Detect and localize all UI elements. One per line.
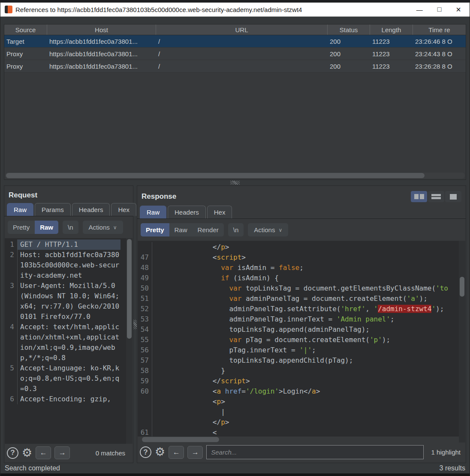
request-tab-hex[interactable]: Hex xyxy=(111,203,136,216)
line-number xyxy=(138,242,152,252)
line-number: 2 xyxy=(5,250,18,281)
line-number xyxy=(138,417,152,427)
line-text: </p> xyxy=(152,242,459,252)
window-title: References to https://acbb1fdd1fec0a7380… xyxy=(15,6,416,13)
layout-single-button[interactable] xyxy=(445,191,461,202)
rows-icon xyxy=(431,194,441,199)
request-title: Request xyxy=(9,191,129,200)
request-editor[interactable]: 1GET / HTTP/1.12Host: acbb1fdd1fec0a7380… xyxy=(5,238,133,444)
response-line: 59 </script> xyxy=(138,376,459,386)
request-view-toggle: PrettyRaw xyxy=(8,221,58,234)
line-text: Accept-Encoding: gzip, xyxy=(18,394,121,404)
request-next-match-button[interactable]: → xyxy=(54,446,70,459)
search-input[interactable] xyxy=(206,445,423,459)
request-view-raw[interactable]: Raw xyxy=(35,221,58,234)
request-newline-button[interactable]: \n xyxy=(63,221,78,234)
line-number: 53 xyxy=(138,314,152,324)
line-text: </script> xyxy=(152,376,459,386)
splitter-grip-icon xyxy=(230,181,240,185)
line-text: User-Agent: Mozilla/5.0 (Windows NT 10.0… xyxy=(18,281,121,322)
response-actions-button[interactable]: Actions ∨ xyxy=(248,223,288,236)
line-number: 1 xyxy=(5,240,18,250)
request-vscrollbar[interactable] xyxy=(126,238,133,444)
response-view-render[interactable]: Render xyxy=(193,223,224,236)
response-tab-hex[interactable]: Hex xyxy=(207,206,232,218)
gear-icon[interactable]: ⚙ xyxy=(155,446,165,458)
column-header-length[interactable]: Length xyxy=(370,24,413,35)
line-text: adminPanelTag.setAttribute('href', '/adm… xyxy=(152,304,459,314)
table-row[interactable]: Proxyhttps://acbb1fdd1fec0a73801.../2001… xyxy=(4,60,466,73)
cell-time: 23:26:28 8 O xyxy=(413,60,466,72)
response-hscrollbar[interactable] xyxy=(138,437,459,443)
request-vscroll-thumb[interactable] xyxy=(127,239,132,339)
help-icon[interactable]: ? xyxy=(7,447,18,459)
line-number: 59 xyxy=(138,376,152,386)
request-tab-headers[interactable]: Headers xyxy=(72,203,110,216)
maximize-button[interactable]: □ xyxy=(437,6,442,13)
response-line: 56 pTag.innerText = '|'; xyxy=(138,345,459,355)
column-header-source[interactable]: Source xyxy=(4,24,47,35)
line-text: var adminPanelTag = document.createEleme… xyxy=(152,294,459,304)
request-line: 4Accept: text/html,application/xhtml+xml… xyxy=(5,322,126,363)
layout-columns-button[interactable] xyxy=(411,191,427,202)
cell-length: 11223 xyxy=(370,35,413,47)
line-number: 5 xyxy=(5,363,18,394)
chevron-down-icon: ∨ xyxy=(278,227,282,233)
response-prev-match-button[interactable]: ← xyxy=(169,446,184,459)
cell-host: https://acbb1fdd1fec0a73801... xyxy=(47,48,156,60)
column-header-time-re[interactable]: Time re xyxy=(413,24,466,35)
gear-icon[interactable]: ⚙ xyxy=(22,447,32,459)
window-bottom-edge xyxy=(0,473,470,476)
line-text: topLinksTag.appendChild(pTag); xyxy=(152,355,459,366)
column-header-host[interactable]: Host xyxy=(47,24,156,35)
cell-length: 11223 xyxy=(370,60,413,72)
response-view-pretty[interactable]: Pretty xyxy=(141,223,169,236)
request-actions-button[interactable]: Actions ∨ xyxy=(83,221,123,234)
response-line: 50 var topLinksTag = document.getElement… xyxy=(138,283,459,294)
line-number: 51 xyxy=(138,294,152,304)
request-tab-params[interactable]: Params xyxy=(35,203,71,216)
close-button[interactable]: × xyxy=(456,5,461,14)
response-line: 57 topLinksTag.appendChild(pTag); xyxy=(138,355,459,366)
cell-url: / xyxy=(156,60,328,72)
response-next-match-button[interactable]: → xyxy=(187,446,203,459)
layout-rows-button[interactable] xyxy=(428,191,444,202)
request-tab-raw[interactable]: Raw xyxy=(7,203,33,216)
table-row[interactable]: Proxyhttps://acbb1fdd1fec0a73801.../2001… xyxy=(4,48,466,60)
horizontal-splitter[interactable] xyxy=(0,180,470,185)
response-editor[interactable]: </p>47 <script>48 var isAdmin = false;49… xyxy=(138,241,465,443)
response-vscrollbar[interactable] xyxy=(459,241,465,443)
help-icon[interactable]: ? xyxy=(140,446,151,458)
status-message: Search completed xyxy=(5,464,440,472)
minimize-button[interactable]: — xyxy=(416,6,423,13)
cell-status: 200 xyxy=(328,48,370,60)
line-number: 52 xyxy=(138,304,152,314)
response-hscroll-thumb[interactable] xyxy=(142,437,219,442)
response-tab-raw[interactable]: Raw xyxy=(140,206,166,218)
layout-buttons xyxy=(411,191,461,202)
line-number: 49 xyxy=(138,273,152,283)
cell-source: Target xyxy=(4,35,47,47)
response-vscroll-thumb[interactable] xyxy=(460,277,464,297)
line-number: 4 xyxy=(5,322,18,363)
response-newline-button[interactable]: \n xyxy=(228,223,244,236)
request-prev-match-button[interactable]: ← xyxy=(36,446,51,459)
response-view-raw[interactable]: Raw xyxy=(169,223,193,236)
response-line: 52 adminPanelTag.setAttribute('href', '/… xyxy=(138,304,459,314)
line-text: } xyxy=(152,366,459,376)
results-table-body: Targethttps://acbb1fdd1fec0a73801.../200… xyxy=(4,35,466,73)
response-tab-headers[interactable]: Headers xyxy=(168,206,206,218)
results-table-hscrollbar[interactable] xyxy=(5,173,465,179)
request-view-pretty[interactable]: Pretty xyxy=(8,221,35,234)
column-header-status[interactable]: Status xyxy=(328,24,370,35)
line-number: 48 xyxy=(138,263,152,273)
table-row[interactable]: Targethttps://acbb1fdd1fec0a73801.../200… xyxy=(4,35,466,48)
results-table-hscroll-thumb[interactable] xyxy=(6,173,425,178)
column-header-url[interactable]: URL xyxy=(156,24,328,35)
vertical-splitter[interactable] xyxy=(133,185,137,463)
cell-status: 200 xyxy=(328,60,370,72)
titlebar[interactable]: References to https://acbb1fdd1fec0a7380… xyxy=(0,3,470,17)
response-line: 61 < xyxy=(138,427,459,437)
line-number: 3 xyxy=(5,281,18,322)
line-number: 57 xyxy=(138,355,152,366)
